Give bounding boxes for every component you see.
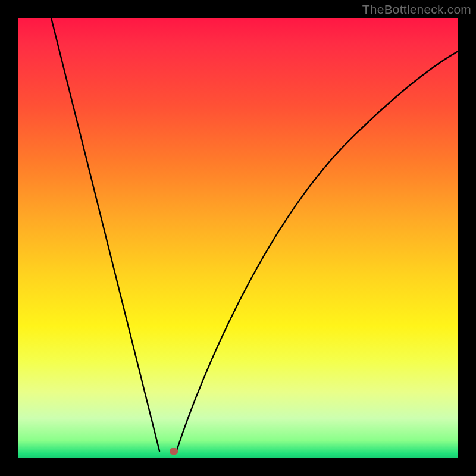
minimum-marker [170,448,178,455]
curve-left-segment [51,18,159,451]
bottleneck-curve [18,18,458,458]
chart-frame: TheBottleneck.com [0,0,476,476]
plot-area [18,18,458,458]
curve-right-segment [177,51,458,450]
watermark-text: TheBottleneck.com [362,2,471,17]
